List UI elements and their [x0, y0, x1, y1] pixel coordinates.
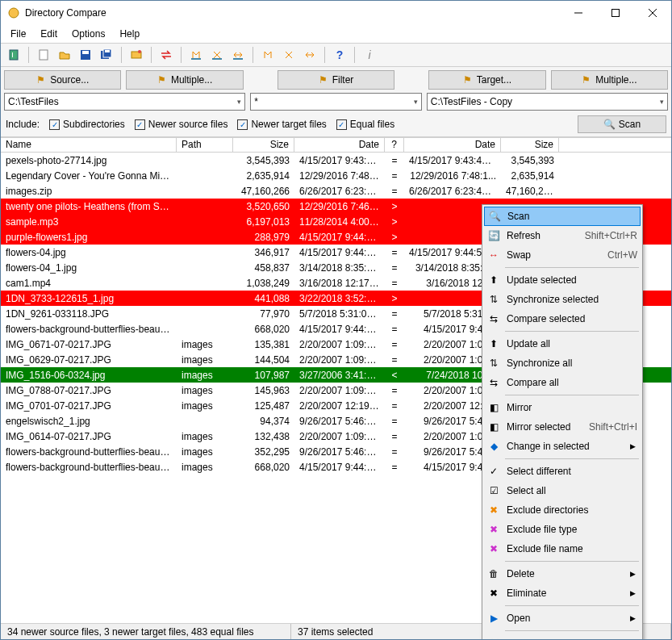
ctx-shortcut: Shift+Ctrl+R — [585, 230, 637, 241]
table-row[interactable]: pexels-photo-27714.jpg3,545,3934/15/2017… — [1, 153, 671, 168]
tool-exit-icon[interactable] — [4, 45, 23, 65]
subdirs-checkbox[interactable]: ✓Subdirectories — [49, 119, 125, 130]
ctx-exclude-file-name[interactable]: ✖Exclude file name — [484, 539, 641, 558]
cell-compare: = — [385, 324, 404, 335]
ctx-exclude-directories[interactable]: ✖Exclude directories — [484, 500, 641, 520]
cell-date: 2/20/2007 12:19:5... — [294, 400, 385, 412]
ctx-label: Change in selected — [507, 441, 637, 452]
cell-size: 135,381 — [233, 339, 294, 350]
ctx-delete[interactable]: 🗑Delete▶ — [484, 564, 641, 584]
cell-date: 6/26/2017 6:23:45 ... — [294, 186, 385, 197]
ctx-update-selected[interactable]: ⬆Update selected — [484, 270, 641, 290]
cell-compare: = — [385, 186, 404, 197]
tool-new-icon[interactable] — [34, 45, 53, 65]
menu-file[interactable]: File — [4, 27, 32, 41]
table-row[interactable]: Legendary Cover - You're Gonna Miss Me .… — [1, 168, 671, 183]
cell-date2: 12/29/2016 7:48:1... — [404, 170, 501, 182]
tool-sync-sel-icon[interactable] — [207, 45, 227, 65]
table-row[interactable]: images.zip47,160,2666/26/2017 6:23:45 ..… — [1, 183, 671, 199]
newer-target-checkbox[interactable]: ✓Newer target files — [237, 119, 326, 130]
scan-button[interactable]: 🔍Scan — [578, 115, 666, 133]
ctx-eliminate[interactable]: ✖Eliminate▶ — [484, 584, 641, 603]
tool-compare-all-icon[interactable] — [300, 45, 319, 65]
tool-options-icon[interactable] — [127, 45, 146, 65]
ctx-send-to-another-folder[interactable]: 📁Send to another folder▶ — [484, 634, 641, 640]
target-button[interactable]: ⚑Target... — [428, 70, 545, 90]
svg-rect-16 — [212, 58, 222, 60]
target-path-combo[interactable]: C:\TestFiles - Copy▾ — [427, 93, 668, 111]
ctx-label: Synchronize selected — [507, 294, 637, 305]
col-size[interactable]: Size — [233, 138, 294, 152]
col-compare[interactable]: ? — [385, 138, 404, 152]
tool-update-all-icon[interactable] — [258, 45, 278, 65]
close-button[interactable] — [634, 1, 671, 25]
multiple-source-button[interactable]: ⚑Multiple... — [126, 70, 243, 90]
tool-about-icon[interactable]: i — [360, 45, 379, 65]
filter-button[interactable]: ⚑Filter — [278, 70, 394, 90]
col-size2[interactable]: Size — [501, 138, 559, 152]
ctx-mirror-selected[interactable]: ◧Mirror selectedShift+Ctrl+I — [484, 417, 641, 437]
submenu-arrow-icon: ▶ — [630, 442, 636, 450]
cell-name: images.zip — [1, 186, 177, 197]
ctx-open[interactable]: ▶Open▶ — [484, 609, 641, 628]
source-path-combo[interactable]: C:\TestFiles▾ — [4, 93, 245, 111]
source-button[interactable]: ⚑Source... — [4, 70, 121, 90]
col-path[interactable]: Path — [177, 138, 233, 152]
ctx-swap[interactable]: ↔SwapCtrl+W — [484, 245, 641, 265]
menu-edit[interactable]: Edit — [34, 27, 64, 41]
cell-compare: = — [385, 416, 404, 427]
cell-compare: = — [385, 247, 404, 258]
ctx-compare-all[interactable]: ⇆Compare all — [484, 373, 641, 392]
multiple-target-button[interactable]: ⚑Multiple... — [551, 70, 668, 90]
ctx-icon: ⇅ — [487, 293, 500, 306]
cell-path: images — [177, 446, 233, 458]
ctx-icon: ✖ — [487, 587, 500, 600]
minimize-button[interactable] — [560, 1, 597, 25]
tool-update-sel-icon[interactable] — [186, 45, 206, 65]
ctx-synchronize-all[interactable]: ⇅Synchronize all — [484, 353, 641, 373]
menu-help[interactable]: Help — [113, 27, 146, 41]
ctx-mirror[interactable]: ◧Mirror — [484, 398, 641, 417]
submenu-arrow-icon: ▶ — [630, 570, 636, 578]
ctx-icon: 🔄 — [487, 229, 500, 242]
cell-date: 3/14/2018 8:35:26 ... — [294, 262, 385, 274]
cell-name: IMG_0629-07-0217.JPG — [1, 354, 177, 366]
svg-rect-5 — [10, 50, 18, 60]
maximize-button[interactable] — [597, 1, 634, 25]
equal-files-checkbox[interactable]: ✓Equal files — [336, 119, 394, 130]
tool-sync-all-icon[interactable] — [279, 45, 298, 65]
col-date[interactable]: Date — [294, 138, 385, 152]
ctx-label: Exclude file name — [507, 543, 637, 554]
tool-save-icon[interactable] — [76, 45, 95, 65]
ctx-scan[interactable]: 🔍Scan — [484, 207, 641, 226]
col-date2[interactable]: Date — [404, 138, 501, 152]
ctx-compare-selected[interactable]: ⇆Compare selected — [484, 309, 641, 328]
svg-rect-12 — [105, 50, 110, 52]
cell-name: IMG_0701-07-0217.JPG — [1, 400, 177, 412]
filter-combo[interactable]: *▾ — [250, 93, 421, 111]
tool-open-icon[interactable] — [55, 45, 74, 65]
tool-swap-icon[interactable] — [157, 45, 176, 65]
col-name[interactable]: Name — [1, 138, 177, 152]
newer-source-checkbox[interactable]: ✓Newer source files — [135, 119, 228, 130]
cell-date: 3/16/2018 12:17:4... — [294, 278, 385, 289]
cell-name: Legendary Cover - You're Gonna Miss Me .… — [1, 170, 177, 182]
ctx-update-all[interactable]: ⬆Update all — [484, 334, 641, 353]
ctx-synchronize-selected[interactable]: ⇅Synchronize selected — [484, 290, 641, 309]
cell-date: 4/15/2017 9:44:44 ... — [294, 232, 385, 243]
include-label: Include: — [6, 119, 40, 130]
cell-size: 3,545,393 — [233, 155, 294, 166]
ctx-select-all[interactable]: ☑Select all — [484, 481, 641, 500]
ctx-change-in-selected[interactable]: ◆Change in selected▶ — [484, 437, 641, 456]
cell-compare: = — [385, 400, 404, 412]
ctx-select-different[interactable]: ✓Select different — [484, 462, 641, 481]
tool-compare-sel-icon[interactable] — [228, 45, 248, 65]
cell-compare: = — [385, 170, 404, 182]
ctx-exclude-file-type[interactable]: ✖Exclude file type — [484, 520, 641, 539]
tool-help-icon[interactable]: ? — [330, 45, 349, 65]
menu-options[interactable]: Options — [65, 27, 111, 41]
cell-date: 11/28/2014 4:00:3... — [294, 216, 385, 228]
ctx-refresh[interactable]: 🔄RefreshShift+Ctrl+R — [484, 226, 641, 245]
cell-size: 132,438 — [233, 431, 294, 442]
tool-saveall-icon[interactable] — [97, 45, 116, 65]
